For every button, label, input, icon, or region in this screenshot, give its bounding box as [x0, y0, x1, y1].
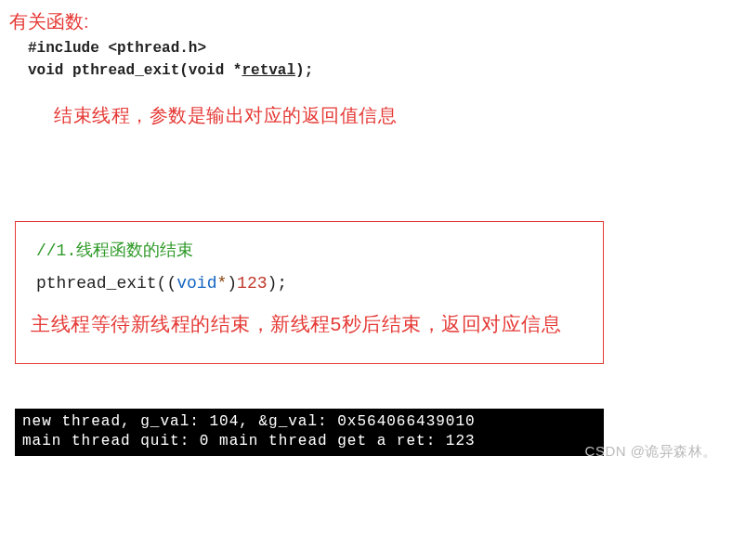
- proto-param: retval: [242, 62, 295, 79]
- include-directive: #include <pthread.h>: [28, 40, 725, 57]
- function-description: 结束线程，参数是输出对应的返回值信息: [54, 103, 725, 128]
- keyword-void: void: [176, 274, 216, 293]
- stmt-pre: pthread_exit((: [36, 274, 176, 293]
- stmt-post: );: [267, 274, 287, 293]
- box-description: 主线程等待新线程的结束，新线程5秒后结束，返回对应信息: [31, 307, 586, 341]
- comment-text: //1.线程函数的结束: [36, 241, 193, 260]
- proto-suffix: );: [295, 62, 313, 79]
- spacer-2: [7, 375, 725, 409]
- proto-prefix: void pthread_exit(void *: [28, 62, 242, 79]
- literal-123: 123: [237, 274, 267, 293]
- section-heading: 有关函数:: [9, 9, 725, 34]
- spacer: [7, 137, 725, 212]
- code-comment: //1.线程函数的结束: [36, 239, 588, 261]
- watermark-text: CSDN @诡异森林。: [7, 443, 717, 461]
- terminal-line-1: new thread, g_val: 104, &g_val: 0x564066…: [22, 413, 476, 430]
- code-statement: pthread_exit((void*)123);: [36, 274, 588, 293]
- pointer-star: *: [216, 274, 227, 293]
- code-example-box: //1.线程函数的结束 pthread_exit((void*)123); 主线…: [15, 221, 604, 364]
- stmt-mid: ): [227, 274, 237, 293]
- function-prototype: void pthread_exit(void *retval);: [28, 62, 725, 79]
